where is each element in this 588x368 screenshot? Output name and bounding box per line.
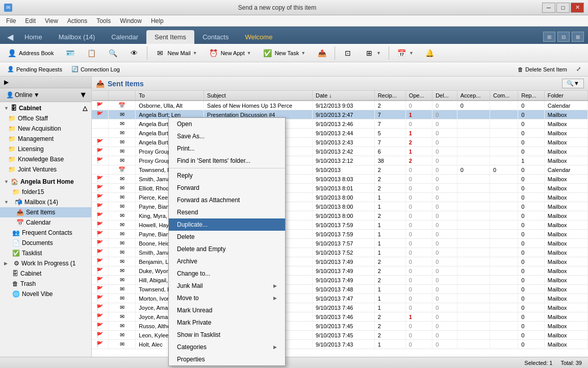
table-row[interactable]: 🚩 ✉ Morton, Ivor 9/10/2013 7:47 1 0 0 0 …: [92, 294, 588, 303]
context-menu-item-forward-attachment[interactable]: Forward as Attachment: [169, 194, 285, 206]
sidebar-item-cabinet-sub[interactable]: 🗄 Cabinet: [0, 268, 91, 279]
tab-mailbox[interactable]: Mailbox (14): [50, 30, 104, 44]
minimize-button[interactable]: ─: [542, 3, 555, 13]
sidebar-item-management[interactable]: 📁 Management: [0, 134, 91, 144]
pending-requests-button[interactable]: 👤 Pending Requests: [4, 65, 65, 73]
sidebar-item-new-acquisition[interactable]: 📁 New Acquisition: [0, 124, 91, 134]
new-appt-dropdown[interactable]: ▼: [247, 51, 251, 56]
angela-expand-arrow[interactable]: ▼: [4, 179, 9, 184]
col-header-del[interactable]: Del...: [432, 91, 457, 101]
menu-help[interactable]: Help: [147, 16, 168, 26]
delete-sent-button[interactable]: 🗑 Delete Sent Item: [515, 65, 570, 73]
table-row[interactable]: 🚩 📅 Osborne, Ulla, Alt Sales of New Home…: [92, 101, 588, 110]
table-row[interactable]: 🚩 ✉ Payne, Bianca 9/10/2013 8:00 1 0 0 0…: [92, 202, 588, 211]
col-header-recip[interactable]: Recip...: [374, 91, 405, 101]
tab-icon-btn-2[interactable]: ⊟: [557, 32, 570, 42]
context-menu-item-open[interactable]: Open: [169, 118, 285, 130]
context-menu-item-print[interactable]: Print...: [169, 142, 285, 155]
context-menu-item-mark-unread[interactable]: Mark Unread: [169, 304, 285, 316]
context-menu-item-find-in-folder[interactable]: Find in 'Sent Items' folder...: [169, 155, 285, 167]
context-menu-item-reply[interactable]: Reply: [169, 169, 285, 182]
sidebar-item-joint-ventures[interactable]: 📁 Joint Ventures: [0, 164, 91, 175]
new-mail-button[interactable]: ✉ New Mail ▼: [150, 46, 201, 60]
tab-icon-btn-3[interactable]: ⊠: [572, 32, 584, 42]
table-row[interactable]: 🚩 ✉ Townsend, Ly 9/10/2013 7:48 1 0 0 0 …: [92, 285, 588, 294]
context-menu-item-save-as[interactable]: Save As...: [169, 130, 285, 142]
table-row[interactable]: 🚩 ✉ Holt, Alec 9/10/2013 7:43 1 0 0 0 Ma…: [92, 340, 588, 349]
table-row[interactable]: 🚩 ✉ Payne, Bianca 9/10/2013 7:59 1 0 0 0…: [92, 230, 588, 239]
col-header-to[interactable]: To: [136, 91, 204, 101]
col-header-com[interactable]: Com...: [490, 91, 518, 101]
col-header-subject[interactable]: Subject: [204, 91, 313, 101]
sidebar-item-novell-vibe[interactable]: 🌐 Novell Vibe: [0, 289, 91, 299]
tab-contacts[interactable]: Contacts: [194, 30, 237, 44]
table-row[interactable]: 🚩 ✉ Smith, Jamali 9/10/2013 8:03 2 0 0 0…: [92, 175, 588, 184]
context-menu-item-categories[interactable]: Categories▶: [169, 341, 285, 353]
view2-dropdown[interactable]: ▼: [376, 51, 381, 56]
context-menu-item-archive[interactable]: Archive: [169, 255, 285, 267]
sidebar-toggle-icon[interactable]: ▼: [79, 90, 87, 100]
col-header-rep[interactable]: Rep...: [518, 91, 545, 101]
table-row[interactable]: 🚩 ✉ Joyce, Amand 9/10/2013 7:46 1 0 0 0 …: [92, 303, 588, 312]
table-row[interactable]: 🚩 ✉ Howell, Hayle 9/10/2013 7:59 1 0 0 0…: [92, 220, 588, 230]
context-menu-item-change-to[interactable]: Change to...: [169, 267, 285, 280]
maximize-button[interactable]: □: [556, 3, 570, 13]
search-button[interactable]: 🔍▼: [562, 79, 584, 88]
menu-actions[interactable]: Actions: [63, 16, 91, 26]
sidebar-item-calendar[interactable]: 📅 Calendar: [0, 217, 91, 228]
toolbar-btn-list[interactable]: 📋: [82, 46, 101, 60]
sidebar-item-documents[interactable]: 📄 Documents: [0, 238, 91, 248]
toolbar-btn-find-user[interactable]: 👁: [124, 46, 144, 60]
menu-edit[interactable]: Edit: [21, 16, 40, 26]
new-task-button[interactable]: ✅ New Task ▼: [258, 46, 310, 60]
toolbar-btn-search[interactable]: 🔍: [103, 46, 122, 60]
sidebar-item-angela-home[interactable]: ▼ 🏠 Angela Burt Home: [0, 177, 91, 187]
context-menu-item-duplicate[interactable]: Duplicate...: [169, 218, 285, 231]
table-row[interactable]: ✉ Angela Burt; 9/10/2013 2:46 7 0 0 0 Ma…: [92, 119, 588, 129]
sidebar-item-office-staff[interactable]: 📁 Office Staff: [0, 113, 91, 124]
table-row[interactable]: 🚩 ✉ Leon, Kylee, R 9/10/2013 7:45 2 0 0 …: [92, 331, 588, 340]
table-row[interactable]: 📅 Townsend, Ly 9/10/2013 2 0 0 0 0 0 Cal…: [92, 165, 588, 175]
context-menu-item-junk-mail[interactable]: Junk Mail▶: [169, 280, 285, 292]
sidebar-item-frequent-contacts[interactable]: 👥 Frequent Contacts: [0, 228, 91, 238]
col-header-flag[interactable]: [92, 91, 108, 101]
context-menu-item-move-to[interactable]: Move to▶: [169, 292, 285, 304]
col-header-date[interactable]: Date ↓: [313, 91, 375, 101]
sidebar-item-licensing[interactable]: 📁 Licensing: [0, 144, 91, 154]
menu-file[interactable]: File: [2, 16, 20, 26]
tab-icon-btn-1[interactable]: ⊞: [543, 32, 555, 42]
menu-view[interactable]: View: [41, 16, 62, 26]
toolbar-btn-cal[interactable]: 📅 ▼: [392, 46, 418, 60]
mailbox-expand-arrow[interactable]: ▼: [4, 200, 9, 205]
table-row[interactable]: 🚩 ✉ Joyce, Amand 9/10/2013 7:46 2 1 0 0 …: [92, 312, 588, 322]
new-task-dropdown[interactable]: ▼: [301, 51, 305, 56]
toolbar-btn-view1[interactable]: ⊡: [338, 46, 357, 60]
cal-dropdown[interactable]: ▼: [409, 51, 414, 56]
table-row[interactable]: 🚩 ✉ Benjamin, La 9/10/2013 7:49 2 0 0 0 …: [92, 257, 588, 266]
toolbar-btn-send[interactable]: 📤: [312, 46, 331, 60]
sidebar-item-knowledge-base[interactable]: 📁 Knowledge Base: [0, 154, 91, 164]
tab-calendar[interactable]: Calendar: [103, 30, 146, 44]
wip-expand-arrow[interactable]: ▶: [4, 261, 8, 266]
col-header-accp[interactable]: Accep...: [457, 91, 490, 101]
context-menu-item-delete-empty[interactable]: Delete and Empty: [169, 243, 285, 255]
col-header-folder[interactable]: Folder: [544, 91, 587, 101]
toolbar-btn-card[interactable]: 🪪: [60, 46, 80, 60]
table-row[interactable]: 🚩 ✉ Boone, Heidi 9/10/2013 7:57 1 0 0 0 …: [92, 239, 588, 248]
connection-log-button[interactable]: 🔄 Connection Log: [68, 65, 123, 73]
toolbar-btn-view2[interactable]: ⊞ ▼: [360, 46, 386, 60]
table-row[interactable]: 🚩 ✉ Angela Burt; Len Presentation Discus…: [92, 110, 588, 119]
table-row[interactable]: 🚩 ✉ Duke, Wyomi 9/10/2013 7:49 2 0 0 0 M…: [92, 266, 588, 276]
sidebar-item-mailbox[interactable]: ▼ 📬 Mailbox (14): [0, 197, 91, 207]
tab-nav-left[interactable]: ◀: [4, 30, 16, 44]
tab-sent-items[interactable]: Sent Items: [146, 30, 194, 44]
tab-home[interactable]: Home: [16, 30, 50, 44]
table-row[interactable]: 🚩 ✉ Angela Burt; 9/10/2013 2:43 7 2 0 0 …: [92, 138, 588, 147]
address-book-button[interactable]: 👤 Address Book: [2, 46, 58, 60]
sidebar-item-tasklist[interactable]: ✅ Tasklist: [0, 248, 91, 258]
sidebar-collapse-btn[interactable]: ▶: [4, 79, 9, 86]
context-menu-item-resend[interactable]: Resend: [169, 206, 285, 218]
menu-window[interactable]: Window: [116, 16, 146, 26]
cabinet-expand-arrow[interactable]: ▼: [4, 106, 9, 111]
sidebar-item-sent-items[interactable]: 📤 Sent Items: [0, 207, 91, 217]
